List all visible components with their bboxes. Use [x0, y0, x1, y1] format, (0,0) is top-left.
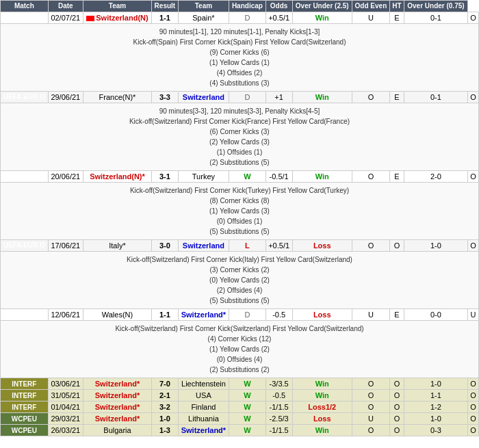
odd-even: E — [390, 12, 404, 24]
team2[interactable]: Turkey — [178, 171, 229, 183]
team1[interactable]: Switzerland* — [83, 378, 151, 390]
team2[interactable]: USA — [178, 390, 229, 401]
handicap-result: W — [229, 413, 266, 425]
ht-score: 0-1 — [404, 92, 467, 103]
over-under-075: O — [467, 425, 478, 436]
team1[interactable]: Italy* — [83, 240, 151, 252]
odd-even: O — [390, 390, 404, 401]
competition-label: INTERF — [1, 390, 49, 401]
over-under-075: O — [467, 171, 478, 183]
team2[interactable]: Finland — [178, 401, 229, 413]
date: 02/07/21 — [48, 12, 83, 24]
date: 26/03/21 — [48, 425, 83, 436]
team2[interactable]: Liechtenstein — [178, 378, 229, 390]
odds: Win — [292, 378, 352, 390]
over-under-075: O — [467, 401, 478, 413]
team2[interactable]: Switzerland* — [178, 309, 229, 321]
table-row: UEFA EUR O02/07/21Switzerland(N)1-1Spain… — [1, 12, 479, 24]
odds: Win — [292, 171, 352, 183]
result: 3-0 — [152, 240, 179, 252]
over-under-25: U — [352, 413, 389, 425]
team2[interactable]: Switzerland — [178, 240, 229, 252]
match-detail: Kick-off(Switzerland) First Corner Kick(… — [1, 252, 479, 309]
table-row: INTERF 01/04/21 Switzerland* 3-2 Finland… — [1, 401, 479, 413]
match-detail: 90 minutes[3-3], 120 minutes[3-3], Penal… — [1, 103, 479, 171]
col-handicap: Handicap — [229, 1, 266, 12]
ht-score: 1-0 — [404, 240, 467, 252]
team1[interactable]: Switzerland* — [83, 401, 151, 413]
result: 1-0 — [152, 413, 179, 425]
over-under-25: O — [352, 92, 389, 103]
date: 31/05/21 — [48, 390, 83, 401]
ht-score: 1-0 — [404, 378, 467, 390]
over-under-25: U — [352, 12, 389, 24]
team1[interactable]: Switzerland* — [83, 390, 151, 401]
handicap-result: W — [229, 425, 266, 436]
col-match: Match — [1, 1, 49, 12]
odds: Win — [292, 12, 352, 24]
handicap-result: D — [229, 309, 266, 321]
team1[interactable]: Switzerland(N) — [83, 12, 151, 24]
match-detail: 90 minutes[1-1], 120 minutes[1-1], Penal… — [1, 24, 479, 92]
table-row: WCPEU 29/03/21 Switzerland* 1-0 Lithuani… — [1, 413, 479, 425]
handicap-result: W — [229, 390, 266, 401]
table-row: WCPEU 26/03/21 Bulgaria 1-3 Switzerland*… — [1, 425, 479, 436]
date: 20/06/21 — [48, 171, 83, 183]
col-oe: Odd Even — [352, 1, 389, 12]
result: 3-3 — [152, 92, 179, 103]
handicap-result: D — [229, 12, 266, 24]
ht-score: 1-2 — [404, 401, 467, 413]
over-under-075: O — [467, 240, 478, 252]
team1[interactable]: Switzerland* — [83, 413, 151, 425]
date: 12/06/21 — [48, 309, 83, 321]
team1[interactable]: Bulgaria — [83, 425, 151, 436]
detail-row: Kick-off(Switzerland) First Corner Kick(… — [1, 321, 479, 378]
competition-label: UEFA EUR O — [1, 309, 49, 321]
team1[interactable]: France(N)* — [83, 92, 151, 103]
table-header: Match Date Team Result Team Handicap Odd… — [1, 1, 479, 12]
handicap-value: -0.5/1 — [266, 171, 292, 183]
handicap-value: -2.5/3 — [266, 413, 292, 425]
col-team2: Team — [178, 1, 229, 12]
odds: Loss — [292, 240, 352, 252]
competition-label: WCPEU — [1, 413, 49, 425]
team2[interactable]: Switzerland — [178, 92, 229, 103]
team2[interactable]: Spain* — [178, 12, 229, 24]
table-row: UEFA EUR O20/06/21Switzerland(N)*3-1Turk… — [1, 171, 479, 183]
detail-row: 90 minutes[1-1], 120 minutes[1-1], Penal… — [1, 24, 479, 92]
detail-row: Kick-off(Switzerland) First Corner Kick(… — [1, 252, 479, 309]
team2[interactable]: Lithuania — [178, 413, 229, 425]
odd-even: O — [390, 413, 404, 425]
over-under-075: O — [467, 390, 478, 401]
over-under-25: O — [352, 425, 389, 436]
over-under-25: O — [352, 171, 389, 183]
over-under-075: O — [467, 92, 478, 103]
result: 7-0 — [152, 378, 179, 390]
team2[interactable]: Switzerland* — [178, 425, 229, 436]
ht-score: 1-1 — [404, 390, 467, 401]
handicap-value: -0.5 — [266, 390, 292, 401]
col-ou25: Over Under (2.5) — [292, 1, 352, 12]
team1[interactable]: Wales(N) — [83, 309, 151, 321]
main-table: Match Date Team Result Team Handicap Odd… — [0, 0, 479, 436]
over-under-25: O — [352, 401, 389, 413]
match-detail: Kick-off(Switzerland) First Corner Kick(… — [1, 183, 479, 240]
table-row: INTERF 03/06/21 Switzerland* 7-0 Liechte… — [1, 378, 479, 390]
odd-even: E — [390, 171, 404, 183]
odd-even: O — [390, 378, 404, 390]
ht-score: 2-0 — [404, 171, 467, 183]
over-under-075: O — [467, 378, 478, 390]
ht-score: 0-3 — [404, 425, 467, 436]
over-under-25: O — [352, 390, 389, 401]
team1[interactable]: Switzerland(N)* — [83, 171, 151, 183]
competition-label: INTERF — [1, 378, 49, 390]
result: 2-1 — [152, 390, 179, 401]
col-team1: Team — [83, 1, 151, 12]
ht-score: 0-0 — [404, 309, 467, 321]
odds: Loss — [292, 309, 352, 321]
competition-label: WCPEU — [1, 425, 49, 436]
result: 3-1 — [152, 171, 179, 183]
competition-label: UEFA EUR O — [1, 12, 49, 24]
col-odds: Odds — [266, 1, 292, 12]
result: 1-3 — [152, 425, 179, 436]
